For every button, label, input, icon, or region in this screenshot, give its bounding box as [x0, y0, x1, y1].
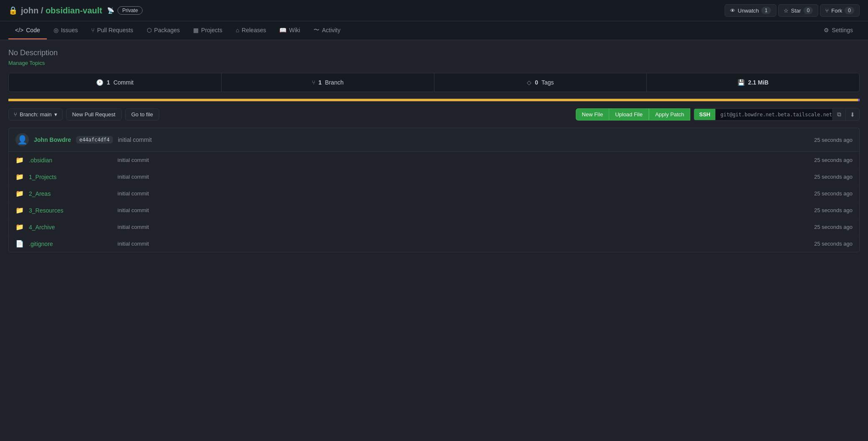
file-name[interactable]: .gitignore: [29, 241, 112, 247]
tab-activity-label: Activity: [322, 27, 340, 33]
tab-wiki[interactable]: 📖 Wiki: [273, 22, 306, 39]
left-actions: ⑂ Branch: main ▾ New Pull Request Go to …: [8, 108, 159, 121]
list-item[interactable]: 📁 3_Resources initial commit 25 seconds …: [9, 202, 859, 219]
upload-file-button[interactable]: Upload File: [609, 108, 649, 121]
pull-requests-icon: ⑂: [91, 27, 94, 33]
file-commit: initial commit: [117, 241, 809, 247]
star-button[interactable]: ☆ Star 0: [778, 4, 819, 17]
tab-packages[interactable]: ⬡ Packages: [140, 22, 186, 39]
star-icon: ☆: [784, 8, 789, 14]
apply-patch-button[interactable]: Apply Patch: [649, 108, 690, 121]
file-commit: initial commit: [117, 174, 809, 180]
action-toolbar: ⑂ Branch: main ▾ New Pull Request Go to …: [8, 108, 860, 121]
download-button[interactable]: ⬇: [845, 109, 859, 121]
commits-count: 1: [107, 79, 110, 86]
tab-pull-requests[interactable]: ⑂ Pull Requests: [84, 22, 140, 39]
file-commit: initial commit: [117, 157, 809, 163]
releases-icon: ⌂: [236, 27, 239, 33]
stats-bar: 🕐 1 Commit ⑂ 1 Branch ◇ 0 Tags 💾 2.1 MiB: [8, 73, 860, 92]
projects-icon: ▦: [193, 27, 199, 33]
tab-issues-label: Issues: [61, 27, 78, 33]
tab-wiki-label: Wiki: [289, 27, 300, 33]
repo-owner[interactable]: john: [21, 6, 38, 15]
unwatch-button[interactable]: 👁 Unwatch 1: [725, 4, 776, 17]
branches-icon: ⑂: [312, 79, 315, 86]
tab-code-label: Code: [26, 27, 40, 33]
file-name[interactable]: 3_Resources: [29, 207, 112, 214]
list-item[interactable]: 📁 4_Archive initial commit 25 seconds ag…: [9, 219, 859, 236]
list-item[interactable]: 📁 1_Projects initial commit 25 seconds a…: [9, 169, 859, 185]
top-bar: 🔒 john / obsidian-vault 📡 Private 👁 Unwa…: [0, 0, 868, 21]
tab-releases[interactable]: ⌂ Releases: [229, 22, 273, 39]
download-icon: ⬇: [850, 111, 855, 118]
copy-url-button[interactable]: ⧉: [832, 108, 845, 121]
tab-issues[interactable]: ◎ Issues: [47, 22, 84, 39]
commit-hash[interactable]: e44afc4df4: [76, 136, 113, 144]
list-item[interactable]: 📁 2_Areas initial commit 25 seconds ago: [9, 185, 859, 202]
new-file-button[interactable]: New File: [576, 108, 610, 121]
issues-icon: ◎: [54, 27, 59, 33]
copy-icon: ⧉: [837, 111, 841, 118]
avatar: 👤: [15, 133, 29, 146]
ssh-badge[interactable]: SSH: [694, 109, 715, 120]
commit-time: 25 seconds ago: [814, 137, 853, 143]
branch-selector[interactable]: ⑂ Branch: main ▾: [8, 108, 63, 121]
folder-icon: 📁: [15, 190, 24, 197]
fork-button[interactable]: ⑂ Fork 0: [820, 4, 860, 17]
branches-stat[interactable]: ⑂ 1 Branch: [222, 73, 434, 92]
file-name[interactable]: 1_Projects: [29, 174, 112, 180]
commits-stat[interactable]: 🕐 1 Commit: [9, 73, 222, 92]
repo-title: 🔒 john / obsidian-vault 📡 Private: [8, 6, 143, 15]
tab-settings[interactable]: ⚙ Settings: [817, 22, 860, 39]
repo-separator: /: [41, 6, 46, 15]
folder-icon: 📁: [15, 173, 24, 181]
tags-stat[interactable]: ◇ 0 Tags: [434, 73, 647, 92]
new-pull-request-button[interactable]: New Pull Request: [66, 108, 122, 121]
tab-activity[interactable]: 〜 Activity: [307, 21, 347, 40]
file-name[interactable]: 2_Areas: [29, 190, 112, 197]
settings-icon: ⚙: [824, 27, 829, 33]
file-commit: initial commit: [117, 207, 809, 213]
commits-label: Commit: [113, 79, 133, 86]
rss-icon[interactable]: 📡: [107, 7, 114, 14]
tab-pull-requests-label: Pull Requests: [97, 27, 133, 33]
file-commit: initial commit: [117, 224, 809, 230]
folder-icon: 📁: [15, 156, 24, 164]
tab-projects[interactable]: ▦ Projects: [186, 22, 229, 39]
star-count: 0: [804, 7, 813, 14]
branch-dropdown-icon: ▾: [54, 111, 57, 118]
commit-message: initial commit: [118, 136, 152, 143]
list-item[interactable]: 📁 .obsidian initial commit 25 seconds ag…: [9, 152, 859, 169]
fork-count: 0: [845, 7, 854, 14]
unwatch-label: Unwatch: [738, 8, 759, 14]
code-icon: </>: [15, 27, 23, 33]
unwatch-icon: 👁: [730, 8, 735, 14]
file-time: 25 seconds ago: [814, 174, 853, 180]
branch-icon: ⑂: [14, 111, 17, 118]
fork-label: Fork: [831, 8, 842, 14]
main-content: No Description Manage Topics 🕐 1 Commit …: [0, 40, 868, 261]
tab-releases-label: Releases: [242, 27, 266, 33]
file-time: 25 seconds ago: [814, 207, 853, 213]
committer-name[interactable]: John Bowdre: [34, 136, 71, 143]
manage-topics-link[interactable]: Manage Topics: [8, 60, 860, 66]
tags-label: Tags: [541, 79, 554, 86]
tab-settings-label: Settings: [832, 27, 853, 33]
file-time: 25 seconds ago: [814, 157, 853, 163]
file-commit: initial commit: [117, 190, 809, 197]
wiki-icon: 📖: [279, 27, 286, 33]
star-label: Star: [791, 8, 801, 14]
size-value: 2.1 MiB: [748, 79, 768, 86]
repo-name-part[interactable]: obsidian-vault: [46, 6, 102, 15]
go-to-file-button[interactable]: Go to file: [125, 108, 159, 121]
file-name[interactable]: 4_Archive: [29, 224, 112, 231]
file-time: 25 seconds ago: [814, 190, 853, 197]
branch-label: Branch: main: [20, 111, 52, 118]
tab-code[interactable]: </> Code: [8, 22, 47, 39]
file-name[interactable]: .obsidian: [29, 157, 112, 164]
branches-label: Branch: [325, 79, 343, 86]
folder-icon: 📁: [15, 206, 24, 214]
nav-tabs: </> Code ◎ Issues ⑂ Pull Requests ⬡ Pack…: [0, 21, 868, 40]
tab-projects-label: Projects: [201, 27, 222, 33]
list-item[interactable]: 📄 .gitignore initial commit 25 seconds a…: [9, 236, 859, 252]
